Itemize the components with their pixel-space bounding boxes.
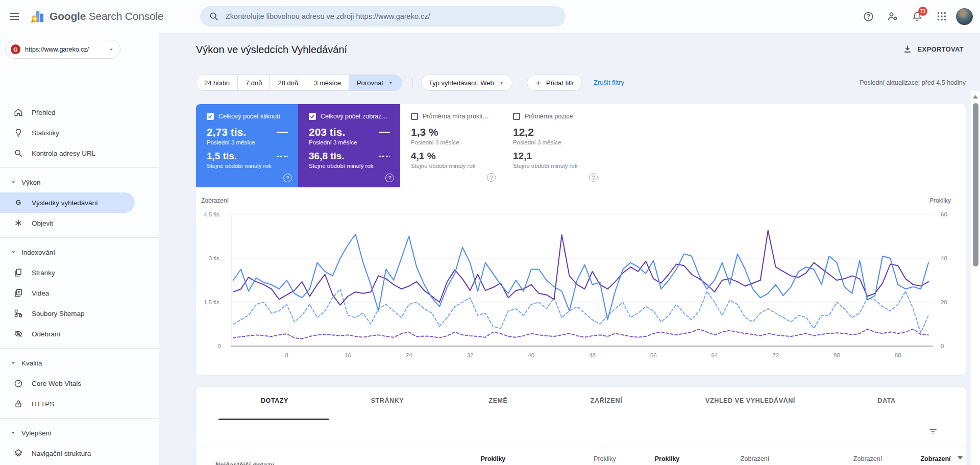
sidebar-section-kvalita[interactable]: Kvalita: [0, 353, 159, 373]
eye-off-icon: [13, 329, 23, 339]
export-button[interactable]: EXPORTOVAT: [902, 44, 964, 54]
sidebar-item-naviga-n-struktura[interactable]: Navigační struktura: [0, 443, 135, 463]
sidebar-item-odebr-n-[interactable]: Odebrání: [0, 324, 135, 344]
sidebar-section-indexov-n-[interactable]: Indexování: [0, 242, 159, 262]
scrollbar-thumb[interactable]: [973, 103, 978, 266]
date-range-chip-1[interactable]: 24 hodin: [197, 75, 238, 90]
sidebar-item-label: Soubory Sitemap: [32, 310, 85, 317]
sidebar-item-kontrola-adresy-url[interactable]: Kontrola adresy URL: [0, 143, 135, 163]
checkbox-checked-icon[interactable]: [309, 113, 316, 120]
clear-filters-link[interactable]: Zrušit filtry: [594, 79, 624, 86]
date-range-chip-2[interactable]: 7 dnů: [238, 75, 271, 90]
solid-line-legend-icon: [379, 132, 390, 133]
sidebar-item-label: Kontrola adresy URL: [32, 150, 95, 157]
metric-previous-period: Stejné období minulý rok: [411, 163, 494, 169]
sidebar-item-label: Videa: [32, 289, 49, 297]
sidebar-section-v-kon[interactable]: Výkon: [0, 172, 159, 192]
sidebar-section-vylep-en-[interactable]: Vylepšení: [0, 423, 159, 443]
metric-tile-position[interactable]: Průměrná pozice12,2Poslední 3 měsíce12,1…: [502, 104, 604, 187]
tab-za-zen-[interactable]: ZAŘÍZENÍ: [591, 397, 622, 404]
sidebar-item-core-web-vitals[interactable]: Core Web Vitals: [0, 373, 135, 394]
tab-dotazy[interactable]: DOTAZY: [261, 397, 288, 404]
speedometer-icon: [13, 378, 23, 388]
sidebar-item-p-ehled[interactable]: Přehled: [0, 102, 135, 123]
sidebar-item-label: Objevit: [32, 219, 53, 227]
help-icon[interactable]: ?: [283, 174, 292, 182]
tab-vzhled-ve-vyhled-v-n-[interactable]: VZHLED VE VYHLEDÁVÁNÍ: [705, 397, 795, 404]
sort-caret-icon[interactable]: [958, 456, 963, 459]
help-icon[interactable]: ?: [589, 173, 598, 182]
metric-current-period: Poslední 3 měsíce: [207, 139, 290, 145]
table-filter-icon[interactable]: [925, 424, 941, 440]
google-apps-icon[interactable]: [932, 6, 952, 27]
table-column-header[interactable]: Prokliky: [594, 455, 616, 462]
metric-current-value: 2,73 tis.: [207, 126, 246, 138]
metric-checkbox-row: Celkový počet kliknutí: [207, 113, 290, 120]
x-axis-tick: 80: [834, 352, 840, 358]
checkbox-unchecked-icon[interactable]: [411, 113, 418, 120]
sidebar-nav: PřehledStatistikyKontrola adresy URLVýko…: [0, 102, 159, 465]
help-icon[interactable]: [858, 6, 878, 27]
performance-chart: [227, 211, 933, 350]
scroll-up-icon[interactable]: [973, 95, 978, 99]
metric-label: Průměrná pozice: [525, 113, 573, 120]
sidebar-item-objevit[interactable]: Objevit: [0, 213, 135, 233]
metric-current-row: 2,73 tis.: [207, 126, 290, 138]
metric-checkbox-row: Průměrná míra prokli…: [411, 113, 494, 120]
sidebar-item-statistiky[interactable]: Statistiky: [0, 123, 135, 143]
add-filter-button[interactable]: Přidat filtr: [527, 75, 582, 91]
menu-icon[interactable]: [4, 6, 24, 27]
sidebar-item-str-nky[interactable]: Stránky: [0, 262, 135, 283]
metric-previous-period: Stejné období minulý rok: [309, 163, 392, 169]
x-axis-tick: 40: [528, 352, 534, 358]
x-axis-tick: 88: [895, 352, 901, 358]
property-url: https://www.gareko.cz/: [25, 46, 105, 53]
chevron-down-icon: [10, 430, 16, 436]
table-column-header[interactable]: Prokliky: [655, 455, 680, 462]
table-column-header[interactable]: Zobrazení: [853, 455, 882, 462]
compare-chip[interactable]: Porovnat: [349, 75, 402, 90]
checkbox-checked-icon[interactable]: [207, 113, 214, 120]
table-column-header[interactable]: Zobrazení: [920, 455, 950, 462]
x-axis-tick: 8: [285, 352, 288, 358]
x-axis-tick: 64: [711, 352, 718, 358]
notifications-bell-icon[interactable]: 71: [907, 6, 927, 27]
chevron-down-icon: [498, 80, 505, 86]
date-range-chip-4[interactable]: 3 měsíce: [306, 75, 349, 90]
metric-previous-value: 4,1 %: [411, 151, 436, 162]
table-column-header[interactable]: Zobrazení: [741, 455, 769, 462]
metric-tile-clicks[interactable]: Celkový počet kliknutí2,73 tis.Poslední …: [196, 104, 298, 187]
user-settings-icon[interactable]: [883, 6, 903, 27]
help-icon[interactable]: ?: [385, 174, 394, 182]
last-update-text: Poslední aktualizace: před 4,5 hodiny: [860, 79, 966, 86]
chart-series-3: [233, 231, 928, 305]
metric-label: Celkový počet zobraz…: [321, 113, 388, 120]
avatar[interactable]: [956, 8, 973, 25]
sidebar-item-label: Přehled: [32, 109, 56, 116]
app-header: Google Search Console 71: [0, 0, 980, 33]
sidebar-item-https[interactable]: HTTPS: [0, 394, 135, 414]
tab-zem-[interactable]: ZEMĚ: [488, 397, 507, 404]
y-axis-tick-right: 20: [941, 299, 964, 305]
table-column-header[interactable]: Prokliky: [481, 455, 506, 462]
sidebar-item-v-sledky-vyhled-v-n-[interactable]: GVýsledky vyhledávání: [0, 192, 135, 213]
y-axis-tick-left: 1,5 tis.: [198, 299, 221, 305]
sidebar-item-videa[interactable]: Videa: [0, 283, 135, 303]
metric-tile-ctr[interactable]: Průměrná míra prokli…1,3 %Poslední 3 měs…: [400, 104, 502, 187]
property-selector[interactable]: G https://www.gareko.cz/: [5, 40, 120, 59]
search-type-filter[interactable]: Typ vyhledávání: Web: [421, 75, 512, 91]
date-range-chip-3[interactable]: 28 dnů: [270, 75, 306, 90]
tab-data[interactable]: DATA: [877, 397, 895, 404]
checkbox-unchecked-icon[interactable]: [513, 113, 520, 120]
url-inspection-bar[interactable]: [200, 6, 566, 27]
metric-tile-impressions[interactable]: Celkový počet zobraz…203 tis.Poslední 3 …: [298, 104, 400, 187]
sidebar-item-soubory-sitemap[interactable]: Soubory Sitemap: [0, 303, 135, 324]
x-axis-tick: 16: [345, 352, 351, 358]
sidebar-item-label: Odebrání: [32, 330, 60, 338]
site-favicon: G: [11, 44, 20, 54]
search-console-logo-icon: [30, 9, 45, 24]
metric-current-row: 203 tis.: [309, 126, 392, 138]
tab-str-nky[interactable]: STRÁNKY: [371, 397, 404, 404]
url-inspection-input[interactable]: [226, 12, 552, 20]
help-icon[interactable]: ?: [487, 173, 496, 182]
